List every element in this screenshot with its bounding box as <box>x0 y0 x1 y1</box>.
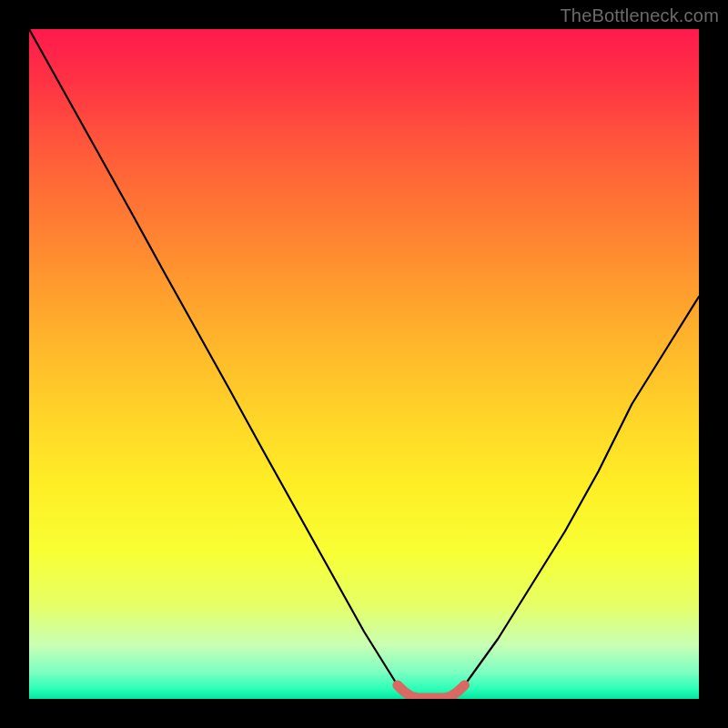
plot-area <box>29 29 699 699</box>
chart-frame: TheBottleneck.com <box>0 0 728 728</box>
hotspot-segment <box>398 685 465 698</box>
chart-svg <box>29 29 699 699</box>
watermark-text: TheBottleneck.com <box>560 5 719 26</box>
bottleneck-curve <box>29 29 699 698</box>
